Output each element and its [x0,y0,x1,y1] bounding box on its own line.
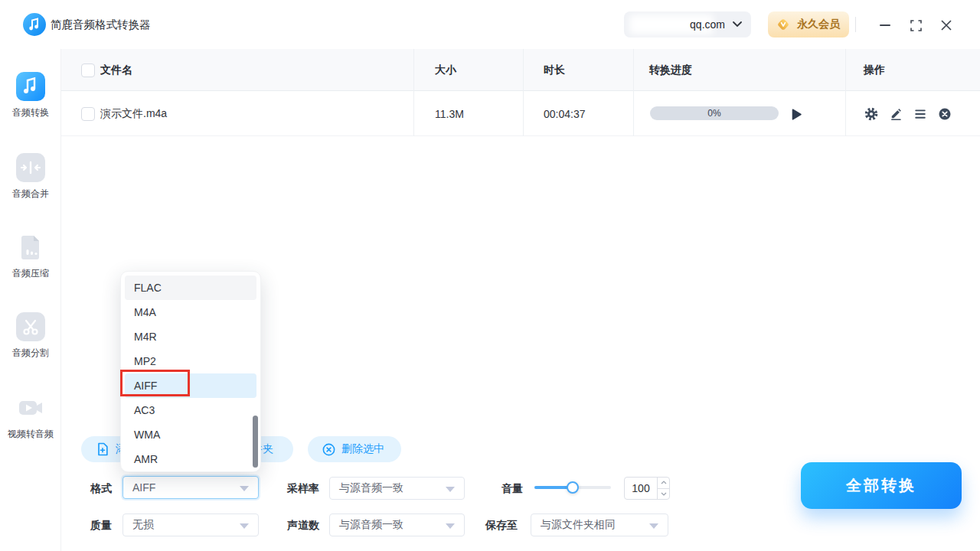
menu-item-m4r[interactable]: M4R [125,324,256,349]
close-icon [941,20,952,31]
sidebar-item-label: 音频合并 [12,187,49,201]
app-title: 简鹿音频格式转换器 [51,0,151,49]
column-header-duration: 时长 [544,49,565,91]
sidebar-item-audio-convert[interactable]: 音频转换 [0,72,61,119]
format-select[interactable]: AIFF [122,476,259,499]
volume-spinner[interactable]: 100 [624,477,670,500]
checkbox[interactable] [81,64,95,77]
row-checkbox-cell[interactable] [81,91,95,136]
sidebar-item-label: 音频压缩 [12,267,49,280]
channels-value: 与源音频一致 [339,518,403,532]
menu-item-flac[interactable]: FLAC [125,276,256,300]
delete-selected-button[interactable]: 删除选中 [308,436,401,462]
caret-down-icon [446,487,455,492]
sidebar-item-label: 音频转换 [12,106,49,119]
maximize-button[interactable] [907,17,924,34]
account-menu[interactable]: qq.com [624,11,751,37]
column-divider [845,49,846,136]
progress-percent-label: 0% [650,106,779,120]
column-divider [523,49,524,136]
maximize-icon [910,20,922,31]
convert-all-label: 全部转换 [846,475,916,496]
sidebar-item-label: 视频转音频 [8,428,54,441]
row-size: 11.3M [435,91,464,136]
column-divider [413,49,414,136]
save-to-select[interactable]: 与源文件夹相同 [531,514,668,536]
sample-rate-select[interactable]: 与源音频一致 [329,477,465,500]
sidebar-item-audio-split[interactable]: 音频分割 [0,312,61,360]
account-email-domain: qq.com [690,11,725,37]
audio-merge-icon [16,153,45,182]
column-header-progress: 转换进度 [649,49,692,91]
topbar-divider [855,17,856,32]
row-info-button[interactable] [913,107,927,121]
audio-convert-icon [16,72,45,101]
caret-down-icon [240,523,249,529]
gear-icon [864,107,878,121]
column-header-filename: 文件名 [100,49,132,91]
spinner-down-button[interactable] [658,489,669,500]
chevron-down-icon [733,21,742,28]
column-divider [633,49,634,136]
quality-select[interactable]: 无损 [122,514,259,536]
vip-badge[interactable]: 永久会员 [768,11,849,37]
save-to-value: 与源文件夹相同 [541,518,616,532]
vip-label: 永久会员 [797,18,840,31]
channels-label: 声道数 [287,519,319,533]
menu-scrollbar[interactable] [253,416,258,468]
spinner-arrows [657,478,669,499]
format-dropdown-menu: FLAC M4A M4R MP2 AIFF AC3 WMA AMR [120,271,261,472]
table-row: 演示文件.m4a 11.3M 00:04:37 0% [61,91,980,136]
sidebar-item-audio-compress[interactable]: 音频压缩 [0,233,61,280]
menu-item-ac3[interactable]: AC3 [125,398,256,422]
caret-up-icon [661,481,667,484]
sidebar-item-audio-merge[interactable]: 音频合并 [0,153,61,201]
title-bar: 简鹿音频格式转换器 qq.com 永久会员 [0,0,980,49]
audio-split-icon [16,312,45,341]
checkbox[interactable] [81,107,95,121]
menu-item-amr[interactable]: AMR [125,447,256,471]
menu-item-m4a[interactable]: M4A [125,300,256,324]
volume-label: 音量 [501,482,523,496]
save-to-label: 保存至 [485,519,518,533]
channels-select[interactable]: 与源音频一致 [329,514,465,536]
menu-lines-icon [913,107,927,121]
row-remove-button[interactable] [938,107,952,121]
select-all-checkbox[interactable] [81,49,95,91]
pencil-icon [889,107,903,121]
audio-compress-icon [16,233,45,262]
x-circle-icon [322,442,336,457]
file-plus-icon [95,442,110,457]
close-circle-icon [938,107,952,121]
video-to-audio-icon [16,393,45,422]
caret-down-icon [649,523,658,529]
spinner-up-button[interactable] [658,478,669,489]
minimize-icon [880,24,890,26]
convert-all-button[interactable]: 全部转换 [801,462,962,509]
close-button[interactable] [938,17,955,34]
column-header-actions: 操作 [864,49,885,91]
minimize-button[interactable] [877,17,893,34]
menu-item-mp2[interactable]: MP2 [125,349,256,373]
sidebar-item-label: 音频分割 [12,347,49,360]
sample-rate-value: 与源音频一致 [339,481,403,495]
row-rename-button[interactable] [889,107,903,121]
volume-slider-handle[interactable] [567,481,579,494]
menu-item-wma[interactable]: WMA [125,422,256,447]
delete-selected-label: 删除选中 [341,442,384,456]
sample-rate-label: 采样率 [287,482,319,496]
app-logo-icon [23,13,46,36]
sidebar-nav: 音频转换 音频合并 音频压缩 音频分割 [0,49,61,551]
row-duration: 00:04:37 [544,91,586,136]
row-settings-button[interactable] [864,107,878,121]
caret-down-icon [446,523,455,529]
row-filename: 演示文件.m4a [100,91,167,136]
menu-item-aiff[interactable]: AIFF [125,373,256,398]
caret-down-icon [240,486,249,491]
file-table-header: 文件名 大小 时长 转换进度 操作 [61,49,980,91]
progress-bar: 0% [650,106,779,120]
play-button[interactable] [789,107,803,121]
quality-value: 无损 [132,518,154,532]
sidebar-item-video-to-audio[interactable]: 视频转音频 [0,393,61,441]
column-header-size: 大小 [435,49,456,91]
